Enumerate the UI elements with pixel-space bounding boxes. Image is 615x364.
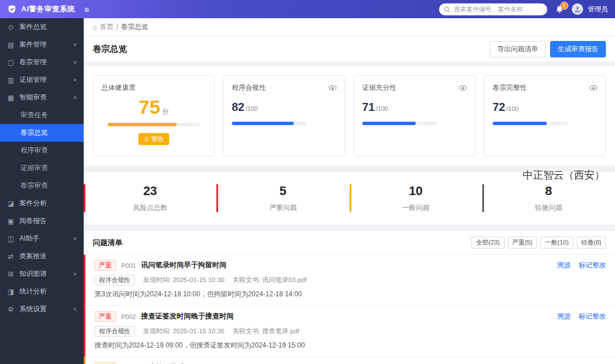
sidebar-item[interactable]: ▤案件管理∨ <box>0 36 84 53</box>
category-tag: 程序合规性 <box>95 326 135 337</box>
eye-icon[interactable] <box>589 85 597 90</box>
stat-item: 23风险点总数 <box>84 181 216 215</box>
filter-pill[interactable]: 全部(23) <box>472 237 505 249</box>
settings-icon: ⚙ <box>7 305 15 313</box>
app-logo-icon <box>7 4 17 14</box>
stat-value: 8 <box>482 184 615 198</box>
breadcrumb-separator: / <box>116 23 118 31</box>
eye-icon[interactable] <box>459 85 467 90</box>
generate-report-button[interactable]: 生成审查报告 <box>550 41 606 57</box>
metric-score-value: 82 <box>232 101 244 113</box>
metric-progress-track <box>362 122 437 125</box>
metric-card: 证据充分性71/100 <box>354 75 475 156</box>
trace-link[interactable]: 溯源 <box>557 260 571 270</box>
sidebar-item[interactable]: ⊞知识图谱∨ <box>0 265 84 283</box>
breadcrumb-home[interactable]: 首页 <box>100 22 113 32</box>
health-score-value: 75 <box>139 96 161 118</box>
issue-item: 一般P003供述前后矛盾溯源标记整改 <box>84 357 615 364</box>
metric-title: 程序合规性 <box>232 83 266 93</box>
top-header: AI警务审查系统 ≡ 5 管理员 <box>0 0 615 18</box>
breadcrumb-current: 卷宗总览 <box>121 22 149 32</box>
stat-label: 一般问题 <box>350 203 482 213</box>
sidebar-menu: ⊙案件总览▤案件管理∨▢卷宗管理∨▥证据管理∨▦智能审查∧审查任务卷宗总览程序审… <box>0 18 84 318</box>
hamburger-menu-icon[interactable]: ≡ <box>84 5 89 14</box>
sidebar-item-label: AI助手 <box>19 234 39 243</box>
stat-label: 轻微问题 <box>482 203 615 213</box>
related-doc: 关联文书: 讯问笔录03.pdf <box>232 276 306 284</box>
sidebar-item[interactable]: ◪案件分析 <box>0 195 84 212</box>
sidebar-item-label: 阅卷报告 <box>19 216 47 226</box>
filter-pill[interactable]: 轻微(8) <box>577 237 606 249</box>
sidebar-subitem-label: 证据审查 <box>20 163 48 173</box>
stat-accent-bar <box>84 184 85 213</box>
mark-rectified-link[interactable]: 标记整改 <box>579 260 606 270</box>
filter-pill[interactable]: 一般(10) <box>540 237 573 249</box>
analysis-icon: ◪ <box>7 200 15 208</box>
sidebar-item[interactable]: ⊙案件总览 <box>0 18 84 36</box>
score-cards-panel: 总体健康度 75分 ⚠ 警告 程序合规性82/100证据充分性71/100卷宗完… <box>84 66 615 166</box>
warning-badge[interactable]: ⚠ 警告 <box>138 133 170 145</box>
chevron-down-icon: ∨ <box>73 236 77 241</box>
sidebar-item-label: 案件管理 <box>19 40 47 49</box>
issues-panel: 问题清单 全部(23)严重(5)一般(10)轻微(8) 严重P001讯问笔录时间… <box>84 231 615 364</box>
metric-progress-bar <box>362 122 416 125</box>
stat-accent-bar <box>482 184 484 213</box>
issue-item: 严重P002搜查证签发时间晚于搜查时间溯源标记整改程序合规性发现时间: 2025… <box>84 306 615 357</box>
chevron-down-icon: ∨ <box>73 271 77 276</box>
sidebar-item[interactable]: ◫AI助手∨ <box>0 230 84 247</box>
issue-list: 严重P001讯问笔录时间早于拘留时间溯源标记整改程序合规性发现时间: 2025-… <box>84 255 615 364</box>
filter-pill[interactable]: 严重(5) <box>508 237 537 249</box>
sidebar-item[interactable]: ◨统计分析 <box>0 283 84 300</box>
sidebar-item[interactable]: ▢卷宗管理∨ <box>0 53 84 71</box>
sidebar-subitem[interactable]: 证据审查 <box>0 159 84 177</box>
metric-progress-track <box>493 122 568 125</box>
severity-badge: 严重 <box>95 260 116 271</box>
metric-title: 卷宗完整性 <box>493 83 527 93</box>
eye-icon[interactable] <box>329 85 337 90</box>
metric-score-total: /100 <box>506 105 518 112</box>
sidebar-item-label: 案件分析 <box>19 198 47 208</box>
issue-code: P001 <box>121 262 136 269</box>
search-icon <box>444 6 450 13</box>
breadcrumb: ⌂ 首页 / 卷宗总览 <box>84 18 615 36</box>
search-input[interactable] <box>439 3 547 15</box>
metric-score-value: 72 <box>493 101 505 113</box>
knowledge-graph-icon: ⊞ <box>7 270 15 278</box>
sidebar-item[interactable]: ⚙系统设置∨ <box>0 300 84 318</box>
sidebar-item-label: 统计分析 <box>19 287 47 296</box>
metric-score-total: /100 <box>245 105 257 112</box>
metric-score-total: /100 <box>376 105 388 112</box>
dossier-icon: ▢ <box>7 59 15 67</box>
chevron-down-icon: ∨ <box>73 307 77 312</box>
sidebar-item[interactable]: ▥证据管理∨ <box>0 71 84 89</box>
notifications-button[interactable]: 5 <box>555 5 564 14</box>
main-content: ⌂ 首页 / 卷宗总览 卷宗总览 导出问题清单 生成审查报告 总体健康度 75分… <box>84 18 615 364</box>
sidebar-item[interactable]: ⇄类案推送 <box>0 247 84 265</box>
sidebar-subitem-label: 程序审查 <box>20 146 48 155</box>
sidebar-subitem[interactable]: 程序审查 <box>0 142 84 159</box>
issue-title: 搜查证签发时间晚于搜查时间 <box>141 312 234 321</box>
mark-rectified-link[interactable]: 标记整改 <box>579 312 606 321</box>
sidebar-subitem[interactable]: 卷宗总览 <box>0 124 84 142</box>
stat-label: 严重问题 <box>216 203 349 213</box>
user-name[interactable]: 管理员 <box>588 5 608 14</box>
trace-link[interactable]: 溯源 <box>557 312 571 321</box>
app-title: AI警务审查系统 <box>21 4 75 14</box>
sidebar-subitem-label: 卷宗总览 <box>20 128 48 138</box>
health-title: 总体健康度 <box>101 83 206 93</box>
sidebar-item-label: 证据管理 <box>19 75 47 85</box>
issue-description: 第3次讯问时间为2024-12-18 10:00，但拘留时间为2024-12-1… <box>95 289 606 299</box>
sidebar-item[interactable]: ▦智能审查∧ <box>0 89 84 106</box>
avatar[interactable] <box>572 3 583 15</box>
user-icon <box>573 5 581 13</box>
export-issues-button[interactable]: 导出问题清单 <box>490 41 546 57</box>
metric-score-value: 71 <box>362 101 375 113</box>
metric-card: 程序合规性82/100 <box>223 75 345 156</box>
sidebar-item[interactable]: ▣阅卷报告 <box>0 212 84 230</box>
metric-card: 卷宗完整性72/100 <box>484 75 606 156</box>
page-header: 卷宗总览 导出问题清单 生成审查报告 <box>84 36 615 61</box>
stat-value: 23 <box>84 184 216 198</box>
related-doc: 关联文书: 搜查笔录.pdf <box>232 327 300 336</box>
sidebar-subitem[interactable]: 审查任务 <box>0 106 84 124</box>
sidebar-subitem[interactable]: 卷宗审查 <box>0 177 84 195</box>
